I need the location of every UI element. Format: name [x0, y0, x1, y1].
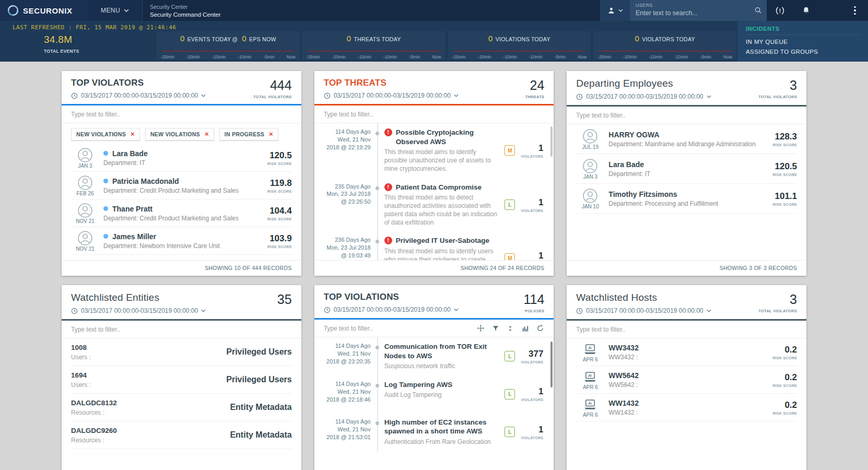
avatar-icon [576, 158, 604, 174]
filter-input[interactable] [324, 111, 545, 118]
violation-row[interactable]: 114 Days AgoWed, 21 Nov 2018 @ 23:20:35 … [324, 337, 545, 375]
violator-department: Department: Credit Product Marketing and… [103, 215, 254, 222]
support-icon[interactable] [767, 0, 793, 21]
threat-row[interactable]: 236 Days AgoMon, 23 Jul 2018 @ 19:03:49 … [324, 231, 545, 260]
incidents-in-my-queue[interactable]: IN MY QUEUE [746, 39, 860, 45]
employee-row[interactable]: JAN 3 Lara BadeDepartment: IT 120.5RISK … [576, 154, 797, 184]
watchlist-date: APR 6 [576, 357, 604, 362]
filter-funnel-icon[interactable] [492, 325, 499, 332]
entity-row[interactable]: 1008Users : Privileged Users [71, 338, 292, 366]
employee-name: Timothy Fitzsimons [608, 190, 759, 198]
host-row[interactable]: APR 6 WW3432WW3432 : 0.2RISK SCORE [576, 338, 797, 366]
remove-chip-icon[interactable]: × [269, 132, 273, 137]
filter-chip[interactable]: NEW VIOLATIONS× [71, 128, 140, 140]
threats-list: 114 Days AgoWed, 21 Nov 2018 @ 22:19:29 … [314, 123, 554, 260]
global-search[interactable]: USERS [630, 0, 767, 21]
violator-row[interactable]: NOV 21 Thane PrattDepartment: Credit Pro… [71, 199, 292, 227]
notifications-bell-icon[interactable] [793, 0, 819, 21]
date-range-selector[interactable]: 03/15/2017 00:00:00-03/15/2019 00:00:00 [324, 306, 459, 313]
date-range-selector[interactable]: 03/15/2017 00:00:00-03/15/2019 00:00:00 [576, 93, 711, 100]
alert-icon: ! [384, 237, 392, 244]
metric-events-today: 0EVENTS TODAY@0EPS NOW -25min-20min-15mi… [157, 31, 300, 60]
violation-date: JAN 3 [576, 174, 604, 180]
filter-input[interactable] [71, 111, 292, 118]
card-top-violators: TOP VIOLATORS 03/15/2017 00:00:00-03/15/… [62, 71, 301, 276]
chevron-down-icon [454, 308, 459, 311]
filter-input[interactable] [576, 326, 797, 333]
search-scope-selector[interactable] [600, 0, 630, 21]
filter-chip[interactable]: NEW VIOLATIONS× [145, 128, 214, 140]
threat-row[interactable]: 235 Days AgoMon, 23 Jul 2018 @ 23:26:50 … [324, 178, 545, 232]
refresh-icon[interactable] [536, 324, 544, 332]
filter-input[interactable] [576, 112, 797, 119]
risk-score: 0.2RISK SCORE [759, 372, 797, 387]
more-options-icon[interactable] [842, 0, 868, 21]
breadcrumb-page[interactable]: Security Command Center [150, 11, 221, 18]
filter-input[interactable] [71, 326, 292, 333]
host-row[interactable]: APR 6 WW1432WW1432 : 0.2RISK SCORE [576, 394, 797, 421]
menu-button[interactable]: MENU [88, 0, 142, 21]
avatar-icon [576, 188, 604, 204]
entity-id: DALGDC8132 [71, 399, 117, 407]
total-events-value: 34.8M [44, 34, 79, 45]
threat-timestamp: 236 Days AgoMon, 23 Jul 2018 @ 19:03:49 [324, 236, 371, 260]
risk-score: 120.5RISK SCORE [759, 161, 797, 177]
threat-title: !Privileged IT User-Sabotage [384, 236, 498, 245]
violator-count: 1VIOLATORS [519, 143, 543, 158]
date-range-selector[interactable]: 03/15/2017 00:00:00-03/15/2019 00:00:00 [576, 307, 711, 314]
remove-chip-icon[interactable]: × [131, 132, 135, 137]
card-title: Watchlisted Entities [71, 292, 206, 303]
bar-chart-icon[interactable] [521, 324, 529, 332]
remove-chip-icon[interactable]: × [205, 132, 209, 137]
entity-row[interactable]: DALGDC8132Resources : Entity Metadata [71, 394, 292, 421]
search-icon[interactable] [754, 6, 762, 14]
date-range-selector[interactable]: 03/15/2017 00:00:00-03/15/2019 00:00:00 [324, 92, 459, 99]
host-row[interactable]: APR 6 WW5642WW5642 : 0.2RISK SCORE [576, 366, 797, 394]
filter-chip[interactable]: IN PROGRESS× [219, 128, 278, 140]
entity-type: Users : [71, 381, 91, 389]
laptop-icon [576, 342, 604, 357]
risk-score: 119.8RISK SCORE [254, 178, 292, 193]
entities-list: 1008Users : Privileged Users 1694Users :… [62, 338, 301, 470]
at-symbol: @ [232, 36, 238, 42]
violator-row[interactable]: JAN 3 Lara BadeDepartment: IT 120.5RISK … [71, 144, 292, 172]
list-scrollbar[interactable] [550, 126, 553, 157]
employee-row[interactable]: JAN 10 Timothy FitzsimonsDepartment: Pro… [576, 184, 797, 214]
filter-input[interactable] [324, 325, 470, 332]
incidents-assigned-to-groups[interactable]: ASSIGNED TO GROUPS [746, 49, 860, 55]
chevron-down-icon [454, 94, 459, 97]
hosts-list: APR 6 WW3432WW3432 : 0.2RISK SCORE APR 6… [567, 338, 806, 470]
timeline-marker [371, 236, 384, 260]
dashboard-grid: TOP VIOLATORS 03/15/2017 00:00:00-03/15/… [0, 62, 868, 470]
violator-row[interactable]: NOV 21 James MillerDepartment: Newborn I… [71, 227, 292, 255]
list-scrollbar[interactable] [550, 342, 553, 387]
entity-id: 1008 [71, 344, 91, 351]
date-range-selector[interactable]: 03/15/2017 00:00:00-03/15/2019 00:00:00 [71, 307, 206, 314]
threat-row[interactable]: 114 Days AgoWed, 21 Nov 2018 @ 22:19:29 … [324, 123, 545, 178]
violation-row[interactable]: 114 Days AgoWed, 21 Nov 2018 @ 21:53:01 … [324, 413, 545, 451]
violation-date: NOV 21 [71, 218, 99, 224]
violation-row[interactable]: 114 Days AgoWed, 21 Nov 2018 @ 22:18:46 … [324, 375, 545, 413]
events-sparkline [162, 51, 295, 52]
date-range-selector[interactable]: 03/15/2017 00:00:00-03/15/2019 00:00:00 [71, 92, 206, 99]
violation-description: Authentication From Rare Geolocation [384, 438, 498, 446]
search-input[interactable] [636, 9, 751, 17]
entity-row[interactable]: DALGDC9260Resources : Entity Metadata [71, 421, 292, 449]
eps-now-value: 0 [242, 34, 247, 43]
sort-icon[interactable] [507, 325, 514, 332]
card-title: TOP VIOLATIONS [324, 292, 459, 302]
employee-row[interactable]: JUL 19 HARRY OGWADepartment: Mainframe a… [576, 124, 797, 154]
violator-row[interactable]: Lukas SmithDepartment: Deposits and Debi… [71, 255, 292, 260]
avatar-icon [71, 203, 99, 218]
violator-row[interactable]: FEB 26 Patricia MacdonaldDepartment: Cre… [71, 172, 292, 199]
threats-today-label: THREATS TODAY [354, 36, 401, 42]
timeline-ticks: -25min-20min-15min-10min-5minNow [452, 54, 587, 60]
move-icon[interactable] [477, 324, 485, 332]
entity-row[interactable]: 1694Users : Privileged Users [71, 366, 292, 394]
timeline-ticks: -25min-20min-15min-10min-5minNow [307, 54, 441, 60]
chevron-down-icon [707, 95, 711, 98]
employee-name: Lara Bade [608, 160, 759, 169]
eps-now-label: EPS NOW [249, 36, 276, 42]
securonix-swirl-icon [7, 5, 19, 16]
breadcrumb-section[interactable]: Security Center [150, 4, 221, 10]
